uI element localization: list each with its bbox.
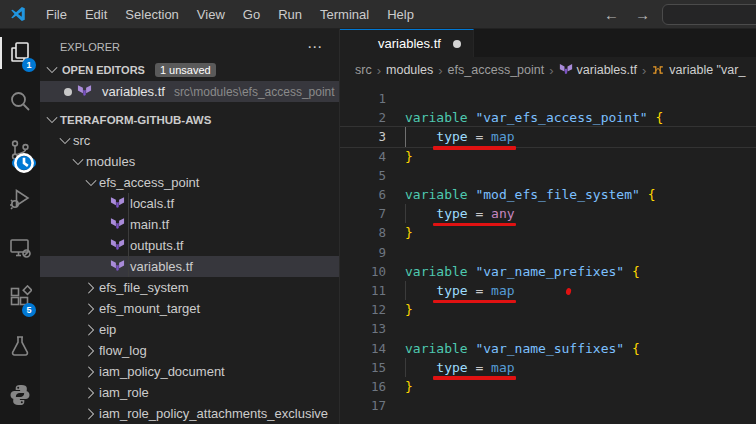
code-line-15[interactable]: 15 type = map	[340, 358, 756, 377]
folder-label: iam_role_policy_attachments_exclusive	[99, 406, 328, 421]
remote-icon	[8, 236, 32, 264]
terraform-file-icon	[352, 36, 367, 51]
tree-folder-modules[interactable]: modules	[40, 151, 339, 172]
modified-dot-icon	[64, 88, 72, 96]
count-badge: 5	[22, 303, 36, 317]
chevron-down-icon	[83, 175, 99, 191]
code-line-13[interactable]: 13	[340, 319, 756, 338]
red-annotation-dot	[565, 287, 572, 295]
chevron-right-icon	[83, 364, 99, 380]
breadcrumb-item[interactable]: variables.tf	[559, 63, 637, 77]
red-annotation-underline	[433, 146, 515, 149]
menu-bar: FileEditSelectionViewGoRunTerminalHelp	[37, 0, 423, 28]
symbol-variable-icon	[651, 63, 665, 77]
explorer-title: EXPLORER	[60, 41, 120, 53]
tree-folder-flow_log[interactable]: flow_log	[40, 340, 339, 361]
vscode-logo-icon	[9, 5, 27, 23]
code-line-9[interactable]: 9	[340, 243, 756, 262]
tree-folder-iam_role[interactable]: iam_role	[40, 382, 339, 403]
debug-icon	[8, 187, 32, 215]
code-line-4[interactable]: 4}	[340, 147, 756, 166]
menu-edit[interactable]: Edit	[76, 0, 116, 28]
code-line-11[interactable]: 11 type = map	[340, 281, 756, 300]
code-line-14[interactable]: 14variable "var_name_suffixes" {	[340, 338, 756, 357]
line-number: 5	[340, 168, 386, 183]
code-line-10[interactable]: 10variable "var_name_prefixes" {	[340, 262, 756, 281]
breadcrumb-item[interactable]: efs_access_point	[448, 63, 545, 77]
tree-file-locals.tf[interactable]: locals.tf	[40, 193, 339, 214]
activitybar-extensions[interactable]: 5	[0, 274, 40, 323]
line-number: 17	[340, 398, 386, 413]
code-line-6[interactable]: 6variable "mod_efs_file_system" {	[340, 185, 756, 204]
tab-variables-tf[interactable]: variables.tf	[340, 29, 474, 57]
folder-label: efs_access_point	[99, 175, 199, 190]
breadcrumb-separator: ›	[438, 63, 442, 78]
code-line-12[interactable]: 12}	[340, 300, 756, 319]
tree-root-folder[interactable]: TERRAFORM-GITHUB-AWS	[40, 109, 339, 130]
tree-file-main.tf[interactable]: main.tf	[40, 214, 339, 235]
red-annotation-underline	[433, 376, 515, 379]
tab-bar: variables.tf	[340, 29, 756, 57]
unsaved-badge: 1 unsaved	[155, 63, 216, 77]
open-editors-header[interactable]: OPEN EDITORS 1 unsaved	[40, 59, 339, 81]
chevron-right-icon	[83, 343, 99, 359]
chevron-right-icon	[83, 280, 99, 296]
line-number: 3	[340, 129, 386, 144]
tree-file-variables.tf[interactable]: variables.tf	[40, 256, 339, 277]
menu-file[interactable]: File	[37, 0, 76, 28]
file-tree: TERRAFORM-GITHUB-AWSsrcmodulesefs_access…	[40, 109, 339, 424]
tree-folder-efs_mount_target[interactable]: efs_mount_target	[40, 298, 339, 319]
breadcrumb-item[interactable]: src	[355, 63, 372, 77]
folder-label: modules	[86, 154, 135, 169]
code-editor[interactable]: 12variable "var_efs_access_point" {3 typ…	[340, 83, 756, 424]
code-line-7[interactable]: 7 type = any	[340, 204, 756, 223]
menu-run[interactable]: Run	[269, 0, 311, 28]
tree-folder-efs_file_system[interactable]: efs_file_system	[40, 277, 339, 298]
nav-back-button[interactable]: ←	[604, 6, 619, 23]
activitybar-python[interactable]	[0, 372, 40, 421]
chevron-down-icon	[57, 133, 73, 149]
editor-group: variables.tf src›modules›efs_access_poin…	[340, 29, 756, 424]
activitybar-testing[interactable]	[0, 323, 40, 372]
code-line-1[interactable]: 1	[340, 89, 756, 108]
code-line-2[interactable]: 2variable "var_efs_access_point" {	[340, 108, 756, 127]
unsaved-dot-icon[interactable]	[453, 40, 461, 48]
python-icon	[8, 383, 32, 411]
code-line-16[interactable]: 16}	[340, 377, 756, 396]
menu-selection[interactable]: Selection	[116, 0, 187, 28]
tree-folder-efs_access_point[interactable]: efs_access_point	[40, 172, 339, 193]
title-bar: FileEditSelectionViewGoRunTerminalHelp ←…	[0, 0, 756, 29]
tree-folder-iam_role_policy_attachments_exclusive[interactable]: iam_role_policy_attachments_exclusive	[40, 403, 339, 424]
code-line-17[interactable]: 17	[340, 396, 756, 415]
tree-folder-src[interactable]: src	[40, 130, 339, 151]
code-line-8[interactable]: 8}	[340, 223, 756, 242]
activitybar-source-control[interactable]	[0, 127, 40, 176]
open-editor-item[interactable]: variables.tfsrc\modules\efs_access_point	[40, 81, 339, 102]
terraform-file-icon	[110, 238, 125, 253]
breadcrumb-separator: ›	[549, 63, 553, 78]
activitybar-run-debug[interactable]	[0, 176, 40, 225]
open-editor-path: src\modules\efs_access_point	[174, 85, 335, 99]
line-number: 15	[340, 360, 386, 375]
line-number: 13	[340, 321, 386, 336]
menu-terminal[interactable]: Terminal	[311, 0, 378, 28]
command-center-search-box[interactable]	[662, 4, 756, 25]
tree-folder-eip[interactable]: eip	[40, 319, 339, 340]
chevron-right-icon	[83, 301, 99, 317]
menu-go[interactable]: Go	[234, 0, 269, 28]
tree-file-outputs.tf[interactable]: outputs.tf	[40, 235, 339, 256]
menu-view[interactable]: View	[188, 0, 234, 28]
activitybar-search[interactable]	[0, 78, 40, 127]
code-line-3[interactable]: 3 type = map	[340, 127, 756, 146]
folder-label: flow_log	[99, 343, 147, 358]
nav-forward-button[interactable]: →	[635, 6, 650, 23]
menu-help[interactable]: Help	[378, 0, 423, 28]
tree-folder-iam_policy_document[interactable]: iam_policy_document	[40, 361, 339, 382]
line-number: 9	[340, 245, 386, 260]
code-line-5[interactable]: 5	[340, 166, 756, 185]
breadcrumb-item[interactable]: variable "var_	[651, 63, 745, 77]
more-actions-icon[interactable]: ⋯	[301, 38, 329, 56]
activitybar-explorer[interactable]: 1	[0, 29, 40, 78]
breadcrumb-item[interactable]: modules	[386, 63, 433, 77]
activitybar-remote-explorer[interactable]	[0, 225, 40, 274]
